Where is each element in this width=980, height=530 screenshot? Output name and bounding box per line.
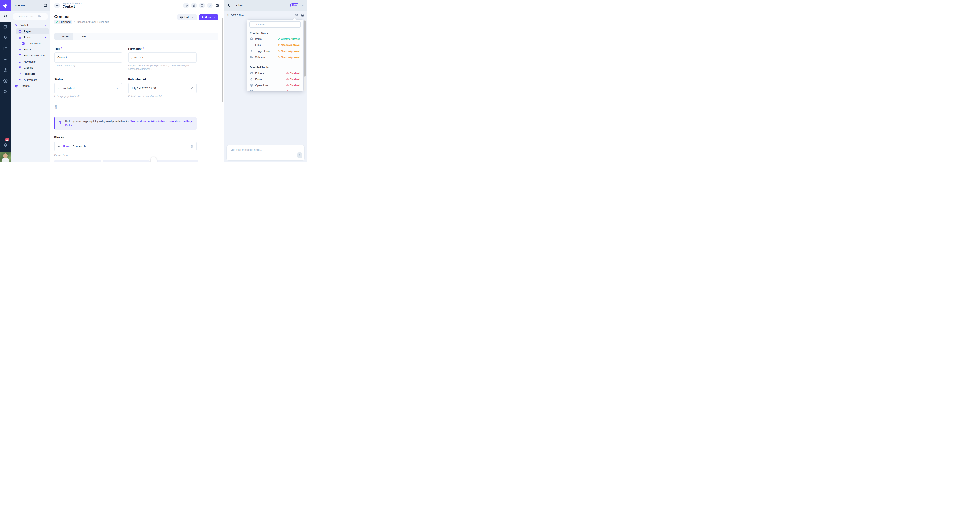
tool-row-items[interactable]: ItemsAlways Allowed [247,36,304,42]
sidebar-item-globals[interactable]: Globals [16,65,49,71]
block-placeholder[interactable] [54,160,101,162]
disabled-icon [286,72,289,75]
model-selector[interactable]: GPT-5 Nano [231,14,245,17]
title-field-label: Title★ [54,47,62,50]
sidebar-item-1-workflow[interactable]: 1. Workflow [20,40,49,46]
sidebar-item-navigation[interactable]: Navigation [16,59,49,65]
archive-button[interactable] [199,3,205,8]
version-caret-icon[interactable]: ▾ [81,2,82,4]
title-input[interactable] [57,56,119,59]
tool-row-folders[interactable]: FoldersDisabled [247,70,304,76]
chevron-down-icon [247,14,249,16]
module-list [0,11,11,97]
tool-row-schema[interactable]: SchemaNeeds Approval [247,54,304,60]
preview-button[interactable] [183,3,189,8]
collapse-sidebar-icon[interactable] [43,3,47,7]
always-allowed-icon [278,38,280,40]
sidebar-item-form-submissions[interactable]: Form Submissions [16,53,49,59]
status-select[interactable]: Published [54,83,122,94]
required-star: ★ [143,47,144,49]
reset-history-icon[interactable] [295,14,298,17]
tool-label: Folders [255,72,264,75]
trash-icon[interactable] [190,145,194,148]
global-search-input[interactable] [18,15,35,18]
tool-row-collections[interactable]: CollectionsDisabled [247,88,304,91]
posts-icon [18,36,22,39]
module-files-module[interactable] [0,43,11,54]
close-icon[interactable] [191,87,194,90]
tool-row-files[interactable]: FilesNeeds Approval [247,42,304,48]
directus-logo[interactable] [0,0,11,11]
block-placeholder[interactable] [151,160,198,162]
search-module-icon [3,89,8,94]
sidebar-item-label: Redirects [24,72,35,75]
tool-status[interactable]: Disabled [286,78,300,81]
sidebar-item-redirects[interactable]: Redirects [16,71,49,77]
block-placeholder[interactable] [103,160,150,162]
permalink-input[interactable] [131,56,194,59]
send-button[interactable] [298,153,302,158]
scroll-down-button[interactable] [151,157,157,162]
tools-search[interactable] [249,21,301,28]
gear-icon[interactable] [301,14,304,17]
delete-button[interactable] [191,3,197,8]
tool-status[interactable]: Needs Approval [278,43,301,46]
tab-seo[interactable]: SEO [75,33,94,40]
module-help-module[interactable] [0,65,11,75]
module-users-module[interactable] [0,32,11,43]
tool-status[interactable]: Needs Approval [278,56,301,59]
breadcrumb-collection[interactable]: Pages [62,2,69,5]
block-row-contact-us[interactable]: Form:Contact Us [54,142,197,151]
title-field [54,52,122,63]
tool-status[interactable]: Disabled [286,72,300,75]
module-insights-module[interactable] [0,54,11,65]
sidebar-header: Directus [11,0,50,11]
main-scrollbar[interactable] [222,18,223,102]
tools-search-input[interactable] [256,23,299,26]
actions-button[interactable]: Actions [199,14,218,21]
drag-handle-icon[interactable] [57,145,61,148]
collapse-chat-icon[interactable] [301,4,304,7]
module-editor-module[interactable] [0,22,11,32]
module-settings-module[interactable] [0,75,11,86]
notifications-button[interactable]: 72 [0,140,11,150]
user-avatar[interactable] [0,151,11,162]
tab-content[interactable]: Content [54,33,73,40]
sidebar-item-label: Rabbits [21,84,30,88]
version-selector[interactable]: Main [72,2,80,5]
permalink-field [128,52,197,63]
navigation-sidebar: Directus ⌘K WebsitePagesPosts1. Workflow… [11,0,50,162]
files-module-icon [3,46,8,51]
popover-scrollbar-thumb[interactable] [304,21,305,76]
collection-nav-list: WebsitePagesPosts1. WorkflowFormsForm Su… [11,22,50,89]
tool-status[interactable]: Disabled [286,84,300,87]
sidebar-item-ai-prompts[interactable]: AI Prompts [16,77,49,83]
module-content-module[interactable] [0,11,11,22]
tools-divider [250,62,301,62]
chat-message-input[interactable] [227,145,304,160]
back-button[interactable] [54,3,60,8]
tool-status[interactable]: Disabled [286,90,300,91]
published-at-field[interactable]: July 1st, 2024 12:00 [128,83,197,94]
sidebar-item-pages[interactable]: Pages [16,28,49,34]
sidebar-item-rabbits[interactable]: Rabbits [13,83,49,89]
tool-status[interactable]: Needs Approval [278,49,301,53]
tool-row-flows[interactable]: FlowsDisabled [247,76,304,82]
tool-row-operations[interactable]: OperationsDisabled [247,82,304,88]
tool-row-trigger-flow[interactable]: Trigger FlowNeeds Approval [247,48,304,54]
chevron-down-icon[interactable] [44,24,47,27]
workflow-icon [22,42,25,45]
save-button[interactable] [207,3,213,8]
sidebar-item-website[interactable]: Website [13,22,49,28]
create-new-link[interactable]: Create New [54,154,68,157]
global-search[interactable]: ⌘K [13,13,48,20]
chevron-down-icon[interactable] [44,36,47,39]
toggle-right-panel-button[interactable] [215,3,220,8]
needs-approval-icon [278,44,280,46]
sidebar-item-posts[interactable]: Posts [16,34,49,40]
module-rail: 72 [0,0,11,162]
module-search-module[interactable] [0,86,11,97]
help-button[interactable]: Help [177,14,197,21]
tool-status[interactable]: Always Allowed [278,37,300,40]
sidebar-item-forms[interactable]: Forms [16,46,49,53]
